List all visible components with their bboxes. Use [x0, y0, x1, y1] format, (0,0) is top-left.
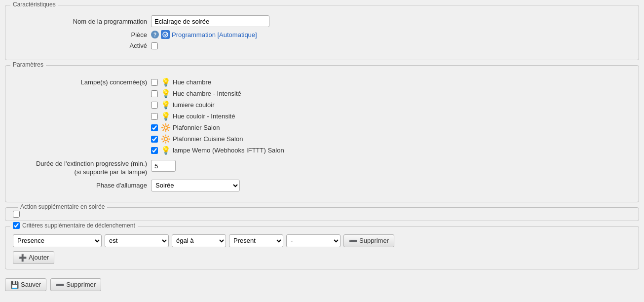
lamp-name-2: lumiere couloir	[173, 101, 215, 109]
active-label: Activé	[13, 42, 151, 49]
lamp-check-0[interactable]	[151, 79, 158, 86]
criteria-row: Presence Temperature Humidité est n'est …	[13, 234, 631, 247]
active-checkbox[interactable]	[151, 42, 158, 49]
crit-operator-select[interactable]: est n'est pas	[105, 234, 169, 247]
lamp-check-6[interactable]	[151, 147, 158, 154]
active-row: Activé	[13, 42, 631, 49]
lamp-name-0: Hue chambre	[173, 78, 211, 86]
phase-label: Phase d'allumage	[13, 182, 151, 189]
action-checkbox[interactable]	[13, 211, 20, 218]
criteres-title-wrapper: Critères supplémentaire de déclenchement	[10, 222, 138, 229]
nom-label: Nom de la programmation	[13, 18, 151, 25]
bulb-icon-6: 💡	[161, 146, 171, 155]
save-icon: 💾	[10, 281, 19, 289]
duree-label: Durée de l'extinction progressive (min.)…	[13, 160, 151, 177]
lamp-name-1: Hue chambre - Intensité	[173, 90, 241, 97]
duree-row: Durée de l'extinction progressive (min.)…	[13, 160, 631, 177]
svg-point-0	[163, 32, 168, 37]
lamp-row-6: 💡 lampe Wemo (Webhooks IFTTT) Salon	[151, 146, 284, 155]
bulb-icon-1: 💡	[161, 89, 171, 98]
duree-input[interactable]	[151, 160, 176, 172]
parametres-section: Paramètres Lampe(s) concernée(s) 💡 Hue c…	[5, 65, 639, 202]
action-section: Action supplémentaire en soirée	[5, 207, 639, 221]
lamp-check-1[interactable]	[151, 90, 158, 97]
ceiling-icon-4: 🔆	[161, 123, 171, 132]
ajouter-button[interactable]: ➕ Ajouter	[13, 251, 54, 264]
criteres-checkbox[interactable]	[13, 222, 20, 229]
prog-icon	[161, 30, 170, 39]
piece-link[interactable]: Programmation [Automatique]	[172, 31, 257, 38]
piece-label: Pièce	[13, 31, 151, 38]
lamp-row-5: 🔆 Plafonnier Cuisine Salon	[151, 134, 284, 144]
bulb-icon-3: 💡	[161, 112, 171, 121]
lampes-grid: 💡 Hue chambre 💡 Hue chambre - Intensité …	[151, 77, 284, 157]
footer-row: 💾 Sauver ➖ Supprimer	[5, 274, 639, 295]
delete-icon: ➖	[56, 281, 64, 289]
lamp-check-5[interactable]	[151, 136, 158, 143]
plus-icon: ➕	[18, 254, 27, 262]
bulb-icon-2: 💡	[161, 100, 171, 110]
lampes-row: Lampe(s) concernée(s) 💡 Hue chambre 💡 Hu…	[13, 77, 631, 157]
parametres-title: Paramètres	[10, 61, 46, 68]
lamp-row-4: 🔆 Plafonnier Salon	[151, 123, 284, 132]
ceiling-icon-5: 🔆	[161, 134, 171, 144]
page-wrapper: Caractéristiques Nom de la programmation…	[0, 0, 644, 302]
lamp-check-3[interactable]	[151, 113, 158, 120]
ajouter-wrapper: ➕ Ajouter	[13, 251, 631, 264]
criteres-section: Critères supplémentaire de déclenchement…	[5, 226, 639, 269]
crit-condition-select[interactable]: égal à différent de supérieur à inférieu…	[172, 234, 226, 247]
lamp-row-3: 💡 Hue couloir - Intensité	[151, 112, 284, 121]
lamp-row-2: 💡 lumiere couloir	[151, 100, 284, 110]
crit-field-select[interactable]: Presence Temperature Humidité	[13, 234, 102, 247]
lamp-row-0: 💡 Hue chambre	[151, 77, 284, 87]
supprimer-row-button[interactable]: ➖ Supprimer	[343, 234, 394, 247]
phase-row: Phase d'allumage Soirée Matin Après-midi…	[13, 180, 631, 191]
lamp-name-6: lampe Wemo (Webhooks IFTTT) Salon	[173, 147, 284, 154]
nom-row: Nom de la programmation	[13, 15, 631, 27]
caracteristiques-section: Caractéristiques Nom de la programmation…	[5, 5, 639, 60]
lamp-name-4: Plafonnier Salon	[173, 124, 220, 131]
bulb-icon-0: 💡	[161, 77, 171, 87]
supprimer-button[interactable]: ➖ Supprimer	[50, 278, 101, 291]
phase-select[interactable]: Soirée Matin Après-midi Nuit	[151, 180, 240, 191]
lamp-check-4[interactable]	[151, 124, 158, 131]
crit-dash-select[interactable]: -	[286, 234, 341, 247]
piece-row: Pièce ? Programmation [Automatique]	[13, 30, 631, 39]
lamp-row-1: 💡 Hue chambre - Intensité	[151, 89, 284, 98]
crit-value-select[interactable]: Present Absent	[229, 234, 283, 247]
help-icon[interactable]: ?	[151, 31, 159, 38]
lamp-name-5: Plafonnier Cuisine Salon	[173, 135, 243, 143]
criteres-title: Critères supplémentaire de déclenchement	[22, 222, 135, 229]
minus-icon: ➖	[349, 237, 357, 245]
caracteristiques-title: Caractéristiques	[10, 1, 58, 8]
sauver-button[interactable]: 💾 Sauver	[5, 278, 46, 291]
lamp-check-2[interactable]	[151, 102, 158, 109]
lamp-name-3: Hue couloir - Intensité	[173, 113, 235, 120]
nom-input[interactable]	[151, 15, 269, 27]
lampes-label: Lampe(s) concernée(s)	[13, 77, 151, 86]
action-title: Action supplémentaire en soirée	[18, 203, 107, 210]
